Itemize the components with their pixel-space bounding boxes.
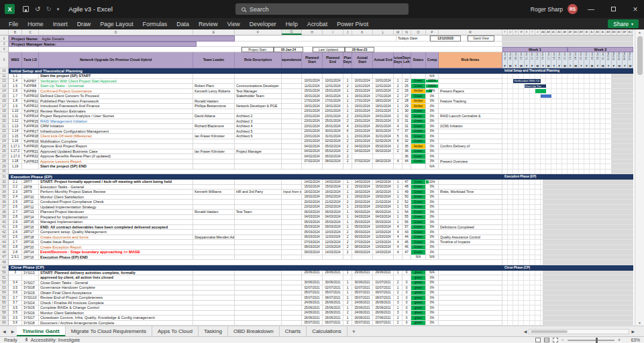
dependency-cell[interactable] bbox=[282, 291, 302, 296]
days-left-cell[interactable]: 26 bbox=[402, 89, 411, 94]
status-cell[interactable]: Green bbox=[411, 230, 426, 235]
actual-start-cell[interactable]: 25/06/2021 bbox=[352, 305, 373, 311]
comp-cell[interactable]: 0% bbox=[426, 139, 439, 145]
comp-cell[interactable]: 0% bbox=[426, 114, 439, 119]
role-cell[interactable]: Architect 4 bbox=[235, 124, 282, 129]
leader-cell[interactable] bbox=[193, 215, 235, 220]
leader-cell[interactable] bbox=[193, 220, 235, 225]
gantt-row[interactable] bbox=[502, 104, 633, 109]
actual-start-cell[interactable]: 23/01/2024 bbox=[352, 139, 373, 145]
row-number[interactable]: 36 bbox=[0, 200, 9, 205]
wbs-cell[interactable]: 3 bbox=[9, 271, 22, 276]
task-id-cell[interactable]: 2RT8 bbox=[22, 185, 39, 190]
risk-note-cell[interactable] bbox=[439, 291, 502, 296]
gantt-day-header[interactable]: 08 JanM bbox=[508, 52, 513, 68]
leader-cell[interactable] bbox=[193, 129, 235, 135]
comp-cell[interactable]: 0% bbox=[426, 205, 439, 210]
excel-app-icon[interactable]: X bbox=[5, 4, 15, 14]
wbs-cell[interactable]: 1.17.3 bbox=[9, 154, 22, 159]
plan-days-cell[interactable]: 1 bbox=[343, 190, 352, 195]
planned-end-cell[interactable]: 23/01/2024 bbox=[323, 109, 343, 115]
planned-start-cell[interactable]: 02/07/2021 bbox=[302, 285, 323, 291]
plan-days-cell[interactable]: 1 bbox=[343, 180, 352, 185]
actual-start-cell[interactable]: 29/06/2021 bbox=[352, 271, 373, 276]
gantt-row[interactable] bbox=[502, 134, 633, 139]
column-letter[interactable]: U bbox=[508, 29, 513, 35]
planned-start-cell[interactable]: 26/06/2021 bbox=[302, 316, 323, 321]
wbs-cell[interactable]: 3.6 bbox=[9, 321, 22, 326]
column-letter[interactable]: D bbox=[39, 29, 193, 35]
horizontal-scrollbar[interactable] bbox=[529, 329, 629, 334]
column-letter[interactable]: W bbox=[519, 29, 524, 35]
column-letter[interactable]: AM bbox=[606, 29, 611, 35]
task-cell[interactable]: Create documents and forms bbox=[39, 235, 193, 241]
days-left-cell[interactable]: 22 bbox=[402, 79, 411, 84]
restore-button[interactable] bbox=[604, 0, 622, 18]
column-header-actual-end[interactable]: Actual End bbox=[373, 52, 394, 68]
status-cell[interactable]: Amber bbox=[411, 104, 426, 109]
hscroll-right-icon[interactable]: ▶ bbox=[631, 329, 635, 334]
actual-end-cell[interactable]: 02/07/2021 bbox=[373, 285, 394, 291]
planned-start-cell[interactable]: 08/03/2024 bbox=[302, 245, 323, 251]
task-id-cell[interactable]: TvFPR17 bbox=[22, 129, 39, 135]
status-cell[interactable]: green bbox=[411, 275, 426, 281]
leader-cell[interactable] bbox=[193, 295, 235, 301]
actual-days-cell[interactable]: 1 bbox=[394, 271, 402, 276]
column-header-network-upgrade-on-premise-cloud-hybrid[interactable]: Network Upgrade On Premise Cloud Hybrid bbox=[39, 52, 193, 68]
actual-end-cell[interactable] bbox=[373, 154, 394, 159]
comp-cell[interactable]: 0% bbox=[426, 301, 439, 306]
row-number[interactable]: 5 bbox=[0, 52, 9, 68]
actual-days-cell[interactable]: 2 bbox=[394, 316, 402, 321]
comp-cell[interactable]: 0% bbox=[426, 119, 439, 125]
actual-days-cell[interactable]: 1 bbox=[394, 190, 402, 195]
comp-cell[interactable]: 0% bbox=[426, 200, 439, 205]
days-left-cell[interactable] bbox=[402, 74, 411, 79]
wbs-cell[interactable]: 2.6 bbox=[9, 205, 22, 210]
row-number[interactable]: 31 bbox=[0, 174, 9, 180]
gantt-row[interactable] bbox=[502, 215, 633, 220]
actual-start-cell[interactable]: 23/01/2024 bbox=[352, 124, 373, 129]
days-left-cell[interactable]: 50 bbox=[402, 195, 411, 200]
vertical-scrollbar-thumb[interactable] bbox=[637, 36, 643, 75]
leader-cell[interactable] bbox=[193, 79, 235, 84]
row-number[interactable]: 2 bbox=[0, 36, 9, 42]
leader-cell[interactable]: Richard Blackmore bbox=[193, 124, 235, 129]
actual-end-cell[interactable]: 14/02/2024 bbox=[373, 180, 394, 185]
risk-note-cell[interactable]: Feature Tracking bbox=[439, 99, 502, 105]
actual-days-cell[interactable] bbox=[394, 154, 402, 159]
planned-end-cell[interactable]: 05/03/2024 bbox=[323, 220, 343, 225]
role-cell[interactable]: Architect 2 bbox=[235, 114, 282, 119]
dependency-cell[interactable] bbox=[282, 240, 302, 245]
planned-start-cell[interactable] bbox=[302, 255, 323, 261]
risk-note-cell[interactable] bbox=[439, 275, 502, 281]
plan-days-cell[interactable]: 1 bbox=[343, 185, 352, 190]
status-cell[interactable]: Amber bbox=[411, 99, 426, 105]
days-left-cell[interactable]: 0 bbox=[402, 291, 411, 296]
dependency-cell[interactable] bbox=[282, 281, 302, 286]
menu-home[interactable]: Home bbox=[23, 21, 48, 27]
planned-start-cell[interactable] bbox=[302, 164, 323, 169]
wbs-cell[interactable]: 3.6 bbox=[9, 291, 22, 296]
task-cell[interactable]: approved by client, all action lists clo… bbox=[39, 275, 193, 281]
task-cell[interactable]: Start the project (SP) END bbox=[39, 164, 193, 169]
gantt-row[interactable]: Start-Up Tas bbox=[502, 84, 633, 89]
plan-days-cell[interactable]: 6 bbox=[343, 129, 352, 135]
actual-end-cell[interactable]: 27/06/2021 bbox=[373, 316, 394, 321]
task-id-cell[interactable]: TvFPR8 bbox=[22, 84, 39, 89]
status-cell[interactable]: Green bbox=[411, 124, 426, 129]
actual-days-cell[interactable]: 2 bbox=[394, 84, 402, 89]
actual-end-cell[interactable]: 23/01/2024 bbox=[373, 109, 394, 115]
wbs-cell[interactable]: 3.5 bbox=[9, 305, 22, 311]
task-id-cell[interactable]: 3YSG4 bbox=[22, 301, 39, 306]
wbs-cell[interactable]: 1.9 bbox=[9, 104, 22, 109]
gantt-row[interactable] bbox=[502, 205, 633, 210]
wbs-cell[interactable]: 3.7 bbox=[9, 295, 22, 301]
days-left-cell[interactable]: 25 bbox=[402, 84, 411, 89]
comp-cell[interactable]: 100% bbox=[426, 79, 439, 84]
leader-cell[interactable]: Ian Fraser Kilmister bbox=[193, 149, 235, 155]
column-letter[interactable]: AG bbox=[574, 29, 579, 35]
status-cell[interactable]: green bbox=[411, 291, 426, 296]
redo-icon[interactable]: ↻ bbox=[46, 6, 51, 13]
task-id-cell[interactable]: TvFPR23 bbox=[22, 159, 39, 165]
plan-days-cell[interactable]: 2 bbox=[343, 245, 352, 251]
